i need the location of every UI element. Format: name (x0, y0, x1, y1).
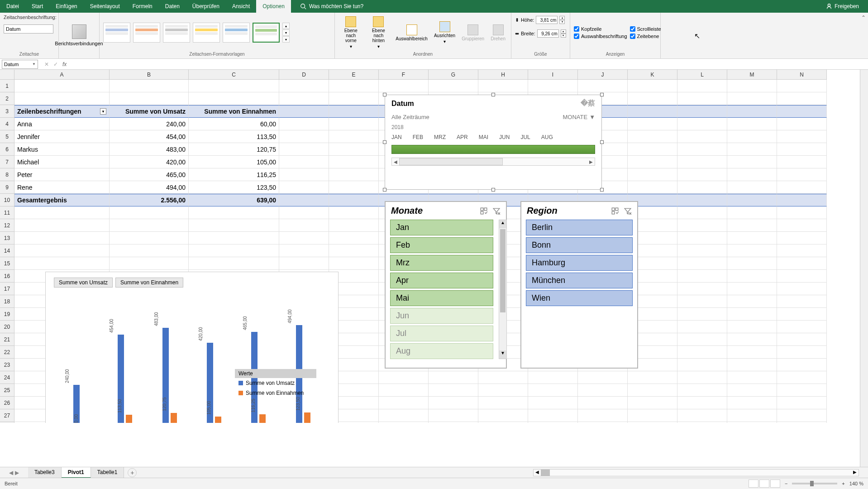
cell[interactable] (110, 232, 189, 244)
cell[interactable] (478, 384, 528, 397)
bar[interactable]: 113,50 (126, 415, 132, 423)
row-headers[interactable]: 1234567891011121314151617181920212223242… (0, 80, 14, 423)
cell[interactable] (110, 244, 189, 257)
scroll-down-button[interactable]: ▼ (499, 350, 506, 359)
zoom-level[interactable]: 140 % (849, 481, 863, 486)
cell[interactable] (628, 105, 677, 118)
gallery-more[interactable]: ▾ (282, 36, 290, 43)
row-header-14[interactable]: 14 (0, 244, 14, 257)
cell[interactable] (279, 244, 329, 257)
col-header-I[interactable]: I (528, 70, 578, 80)
cell[interactable] (677, 257, 727, 270)
row-header-26[interactable]: 26 (0, 397, 14, 409)
width-input[interactable] (537, 29, 559, 38)
cell[interactable] (777, 206, 827, 219)
cell[interactable] (528, 397, 578, 409)
vertical-scrollbar[interactable] (860, 70, 868, 467)
cell[interactable]: 120,75 (189, 143, 279, 156)
row-header-25[interactable]: 25 (0, 384, 14, 397)
cell[interactable] (677, 194, 727, 206)
slicer-item-wien[interactable]: Wien (526, 290, 633, 306)
cell[interactable] (14, 219, 110, 232)
cell[interactable] (777, 346, 827, 359)
show-time-level-checkbox[interactable]: Zeitebene (630, 34, 661, 39)
height-input[interactable] (536, 16, 558, 24)
slicer-item-bonn[interactable]: Bonn (526, 237, 633, 253)
add-sheet-button[interactable]: + (128, 468, 137, 477)
slicer-item-hamburg[interactable]: Hamburg (526, 255, 633, 271)
cell[interactable] (677, 384, 727, 397)
slicer-item-jun[interactable]: Jun (390, 308, 493, 324)
timeline-range-bar[interactable] (391, 145, 595, 154)
cell[interactable] (329, 156, 379, 168)
cell[interactable] (727, 333, 777, 346)
cell[interactable] (110, 219, 189, 232)
slicer-monate[interactable]: Monate JanFebMrzAprMaiJunJulAug ▲ ▼ (385, 201, 507, 369)
zoom-in-button[interactable]: + (842, 481, 844, 486)
cell[interactable] (777, 359, 827, 371)
cell[interactable]: 454,00 (110, 130, 189, 143)
formula-input[interactable] (69, 60, 868, 69)
cell[interactable] (429, 384, 478, 397)
timeline-month[interactable]: FEB (413, 134, 423, 140)
cell[interactable] (279, 219, 329, 232)
cell[interactable] (727, 295, 777, 308)
cell[interactable] (727, 194, 777, 206)
cell[interactable]: 60,00 (189, 118, 279, 130)
cell[interactable] (110, 257, 189, 270)
cell[interactable] (329, 257, 379, 270)
col-header-K[interactable]: K (628, 70, 677, 80)
cell[interactable] (677, 308, 727, 321)
scroll-left-button[interactable]: ◀ (392, 159, 399, 164)
cell[interactable]: Rene (14, 181, 110, 194)
col-header-L[interactable]: L (677, 70, 727, 80)
bar[interactable]: 123,50 (304, 412, 310, 423)
row-header-22[interactable]: 22 (0, 346, 14, 359)
chart-field-button[interactable]: Summe von Einnahmen (115, 278, 183, 288)
cell[interactable] (677, 346, 727, 359)
cell[interactable] (727, 181, 777, 194)
timeline-month[interactable]: JUL (520, 134, 530, 140)
col-header-J[interactable]: J (578, 70, 628, 80)
name-box[interactable]: Datum▼ (2, 60, 38, 69)
bar[interactable]: 105,00 (215, 417, 221, 423)
cell[interactable] (110, 92, 189, 105)
show-scrollbar-checkbox[interactable]: Scrollleiste (630, 26, 661, 32)
row-header-7[interactable]: 7 (0, 156, 14, 168)
cell[interactable] (329, 143, 379, 156)
page-layout-view-button[interactable] (759, 479, 769, 488)
cell[interactable] (528, 384, 578, 397)
slicer-region[interactable]: Region BerlinBonnHamburgMünchenWien (520, 201, 638, 369)
cell[interactable] (429, 80, 478, 92)
scroll-right-button[interactable]: ▶ (587, 159, 595, 164)
cell[interactable] (578, 384, 628, 397)
cell[interactable] (578, 80, 628, 92)
cell[interactable] (677, 143, 727, 156)
cell[interactable] (677, 156, 727, 168)
row-header-23[interactable]: 23 (0, 359, 14, 371)
menu-tab-daten[interactable]: Daten (159, 0, 186, 13)
cell[interactable] (777, 295, 827, 308)
cell[interactable] (578, 409, 628, 422)
cell[interactable] (777, 422, 827, 423)
cell[interactable] (14, 80, 110, 92)
cell[interactable]: Gesamtergebnis (14, 194, 110, 206)
pivot-filter-icon[interactable]: ▼ (100, 108, 106, 115)
cell[interactable] (777, 409, 827, 422)
slicer-item-mai[interactable]: Mai (390, 290, 493, 306)
cell[interactable] (279, 232, 329, 244)
cell[interactable] (628, 80, 677, 92)
cell[interactable] (329, 80, 379, 92)
cell[interactable] (379, 384, 429, 397)
cell[interactable] (777, 143, 827, 156)
timeline-month[interactable]: JUN (499, 134, 510, 140)
cell[interactable]: Michael (14, 156, 110, 168)
cell[interactable] (727, 257, 777, 270)
cell[interactable] (677, 181, 727, 194)
cell[interactable] (628, 156, 677, 168)
cell[interactable]: Jennifer (14, 130, 110, 143)
cell[interactable] (528, 422, 578, 423)
cell[interactable] (677, 270, 727, 283)
cell[interactable] (628, 409, 677, 422)
slicer-item-berlin[interactable]: Berlin (526, 220, 633, 235)
